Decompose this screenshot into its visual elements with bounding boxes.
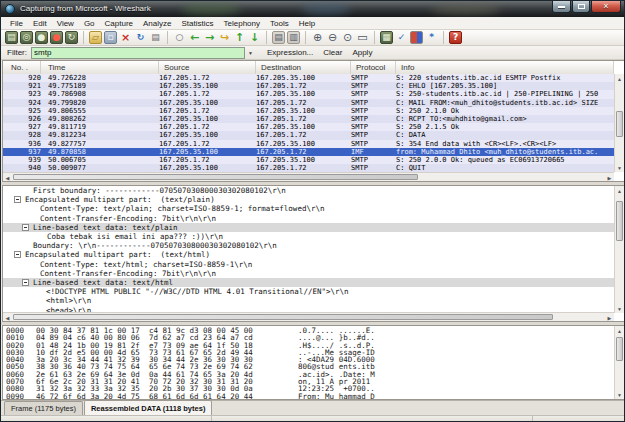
go-to-packet-icon[interactable]: ↪ xyxy=(218,31,231,44)
filter-input[interactable] xyxy=(31,47,245,59)
scroll-down-icon[interactable]: ▼ xyxy=(615,390,624,399)
menu-analyze[interactable]: Analyze xyxy=(138,18,176,29)
capture-options-icon[interactable]: ◎ xyxy=(20,31,33,44)
go-forward-icon[interactable]: → xyxy=(203,31,216,44)
packet-row[interactable]: 926 49.808262 167.205.35.100 167.205.1.7… xyxy=(3,115,614,123)
scroll-thumb[interactable] xyxy=(13,174,418,180)
column-header-protocol[interactable]: Protocol xyxy=(351,61,396,74)
scroll-down-icon[interactable]: ▼ xyxy=(615,304,624,313)
expander-icon[interactable] xyxy=(14,251,21,258)
menu-statistics[interactable]: Statistics xyxy=(177,18,219,29)
capture-start-icon[interactable]: ● xyxy=(35,31,48,44)
scroll-thumb[interactable] xyxy=(616,201,623,241)
detail-line[interactable]: Encapsulated multipart part: (text/html) xyxy=(3,250,614,259)
go-back-icon[interactable]: ← xyxy=(188,31,201,44)
display-filters-icon[interactable]: ✓ xyxy=(395,31,408,44)
scroll-right-icon[interactable]: ▶ xyxy=(605,313,614,322)
list-interfaces-icon[interactable]: ▤ xyxy=(5,31,18,44)
close-button[interactable]: × xyxy=(591,1,621,13)
column-header-no[interactable]: No. . xyxy=(3,61,41,74)
menu-view[interactable]: View xyxy=(52,18,79,29)
details-horizontal-scrollbar[interactable]: ◀ ▶ xyxy=(3,312,614,321)
packet-list-vertical-scrollbar[interactable]: ▲ ▼ xyxy=(614,74,624,172)
detail-line[interactable]: Content-Transfer-Encoding: 7bit\r\n\r\n xyxy=(3,269,614,278)
filter-dropdown-icon[interactable]: ▼ xyxy=(245,47,256,58)
close-capture-icon[interactable]: × xyxy=(119,31,132,44)
save-file-icon[interactable]: ▫ xyxy=(104,31,117,44)
toggle-packet-details-icon[interactable]: ▤ xyxy=(272,31,285,44)
scroll-thumb[interactable] xyxy=(616,337,623,361)
hex-vertical-scrollbar[interactable]: ▲ ▼ xyxy=(614,326,624,399)
zoom-in-icon[interactable]: ⊕ xyxy=(311,31,324,44)
column-header-destination[interactable]: Destination xyxy=(256,61,351,74)
open-file-icon[interactable]: ▱ xyxy=(89,31,102,44)
expression-button[interactable]: Expression... xyxy=(262,47,318,58)
go-to-bottom-icon[interactable]: ↓ xyxy=(248,31,261,44)
column-header-source[interactable]: Source xyxy=(159,61,256,74)
detail-line[interactable]: Content-Type: text/plain; charset=ISO-88… xyxy=(3,204,614,213)
capture-restart-icon[interactable]: ↻ xyxy=(65,31,78,44)
resize-columns-icon[interactable]: ▭ xyxy=(356,31,369,44)
coloring-rules-icon[interactable]: ▦ xyxy=(410,31,423,44)
packet-row[interactable]: 928 49.812234 167.205.35.100 167.205.1.7… xyxy=(3,131,614,139)
find-packet-icon[interactable]: ○ xyxy=(173,31,186,44)
packet-list-horizontal-scrollbar[interactable]: ◀ ▶ xyxy=(3,172,614,181)
tab-reassembled-data[interactable]: Reassembled DATA (1118 bytes) xyxy=(84,400,213,415)
detail-line[interactable]: Content-Type: text/html; charset=ISO-885… xyxy=(3,260,614,269)
hex-row[interactable]: 0090 46 72 6f 6d 3a 20 4d 75 68 61 6d 6d… xyxy=(6,393,613,399)
scroll-up-icon[interactable]: ▲ xyxy=(615,186,624,195)
scroll-up-icon[interactable]: ▲ xyxy=(615,74,624,83)
scroll-thumb[interactable] xyxy=(616,111,623,137)
menu-file[interactable]: File xyxy=(5,18,28,29)
detail-line[interactable]: First boundary: ------------070507030800… xyxy=(3,186,614,195)
zoom-100-icon[interactable]: ⊙ xyxy=(341,31,354,44)
zoom-out-icon[interactable]: ⊖ xyxy=(326,31,339,44)
expander-icon[interactable] xyxy=(22,279,29,286)
detail-line[interactable]: Coba tebak isi email ini apa??? :))\r\n xyxy=(3,232,614,241)
capture-filters-icon[interactable]: ▦ xyxy=(380,31,393,44)
detail-line[interactable]: Line-based text data: text/plain xyxy=(3,223,614,232)
column-header-time[interactable]: Time xyxy=(41,61,159,74)
detail-line[interactable]: Encapsulated multipart part: (text/plain… xyxy=(3,195,614,204)
minimize-button[interactable] xyxy=(552,1,571,13)
menu-go[interactable]: Go xyxy=(79,18,100,29)
preferences-icon[interactable]: * xyxy=(425,31,438,44)
capture-stop-icon[interactable]: ● xyxy=(50,31,63,44)
detail-line[interactable]: Boundary: \r\n------------07050703080003… xyxy=(3,241,614,250)
go-to-top-icon[interactable]: ↑ xyxy=(233,31,246,44)
detail-line[interactable]: <html>\r\n xyxy=(3,296,614,305)
packet-row[interactable]: 925 49.806555 167.205.1.72 167.205.35.10… xyxy=(3,107,614,115)
print-icon[interactable]: ▤ xyxy=(149,31,162,44)
expander-icon[interactable] xyxy=(22,224,29,231)
clear-button[interactable]: Clear xyxy=(318,47,347,58)
packet-row[interactable]: 920 49.726228 167.205.1.72 167.205.35.10… xyxy=(3,74,614,82)
scroll-left-icon[interactable]: ◀ xyxy=(3,313,12,322)
help-icon[interactable]: ? xyxy=(449,31,462,44)
menu-tools[interactable]: Tools xyxy=(265,18,294,29)
toggle-packet-bytes-icon[interactable]: ▥ xyxy=(287,31,300,44)
column-header-info[interactable]: Info xyxy=(396,61,614,74)
reload-icon[interactable]: ↻ xyxy=(134,31,147,44)
scroll-right-icon[interactable]: ▶ xyxy=(605,173,614,182)
scroll-down-icon[interactable]: ▼ xyxy=(615,163,624,172)
maximize-button[interactable] xyxy=(572,1,590,13)
packet-row[interactable]: 921 49.775189 167.205.35.100 167.205.1.7… xyxy=(3,82,614,90)
packet-row[interactable]: 927 49.811719 167.205.1.72 167.205.35.10… xyxy=(3,123,614,131)
menu-help[interactable]: Help xyxy=(294,18,320,29)
scroll-thumb[interactable] xyxy=(13,314,553,320)
scroll-up-icon[interactable]: ▲ xyxy=(615,326,624,335)
packet-row[interactable]: 937 49.870858 167.205.35.100 167.205.1.7… xyxy=(3,148,614,156)
menu-edit[interactable]: Edit xyxy=(28,18,52,29)
detail-line[interactable]: <!DOCTYPE HTML PUBLIC "-//W3C//DTD HTML … xyxy=(3,287,614,296)
details-vertical-scrollbar[interactable]: ▲ ▼ xyxy=(614,186,624,313)
apply-button[interactable]: Apply xyxy=(347,47,377,58)
packet-row[interactable]: 936 49.827757 167.205.1.72 167.205.35.10… xyxy=(3,140,614,148)
menu-capture[interactable]: Capture xyxy=(100,18,138,29)
packet-row[interactable]: 940 50.009077 167.205.35.100 167.205.1.7… xyxy=(3,164,614,172)
titlebar[interactable]: Capturing from Microsoft - Wireshark × xyxy=(1,1,624,17)
detail-line[interactable]: Line-based text data: text/html xyxy=(3,278,614,287)
packet-row[interactable]: 924 49.799820 167.205.35.100 167.205.1.7… xyxy=(3,99,614,107)
packet-row[interactable]: 923 49.786908 167.205.1.72 167.205.35.10… xyxy=(3,90,614,98)
menu-telephony[interactable]: Telephony xyxy=(219,18,265,29)
packet-row[interactable]: 939 50.006705 167.205.1.72 167.205.35.10… xyxy=(3,156,614,164)
